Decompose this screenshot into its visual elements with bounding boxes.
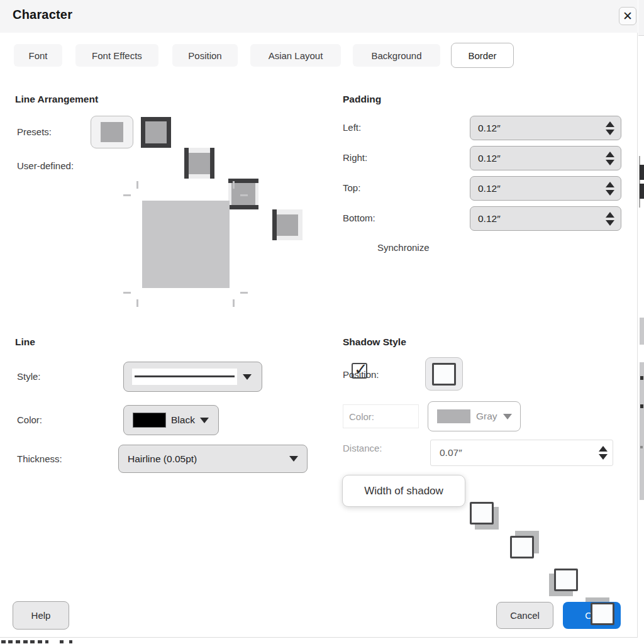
spin-up-button[interactable] xyxy=(606,152,614,157)
padding-bottom-value: 0.12″ xyxy=(478,213,606,225)
spin-down-button[interactable] xyxy=(599,454,608,460)
preset-left-only[interactable] xyxy=(272,209,303,240)
shadow-distance-value: 0.07″ xyxy=(440,447,599,458)
shadow-position-none[interactable] xyxy=(425,357,463,391)
line-style-dropdown[interactable] xyxy=(123,362,262,392)
background-page-artifact xyxy=(23,640,28,643)
close-icon: ✕ xyxy=(623,9,633,23)
background-page-artifact xyxy=(640,345,644,362)
shadow-color-label-box: Color: xyxy=(343,404,419,428)
tab-position[interactable]: Position xyxy=(172,44,238,67)
tooltip-text: Width of shadow xyxy=(364,485,443,497)
corner-tick xyxy=(136,299,138,307)
background-page-artifact xyxy=(60,640,64,643)
cancel-button[interactable]: Cancel xyxy=(496,602,553,629)
preset-left-right[interactable] xyxy=(184,148,214,179)
background-page-artifact xyxy=(16,640,20,643)
shadow-color-label: Color: xyxy=(349,411,374,422)
background-page-artifact xyxy=(69,640,72,643)
shadow-position-label: Position: xyxy=(343,369,379,380)
chevron-down-icon xyxy=(200,418,209,423)
padding-right-label: Right: xyxy=(343,152,367,163)
background-page-artifact xyxy=(640,165,644,180)
padding-left-spinbox[interactable]: 0.12″ xyxy=(470,116,621,140)
line-heading: Line xyxy=(15,336,35,348)
padding-top-label: Top: xyxy=(343,182,360,193)
line-thickness-dropdown[interactable]: Hairline (0.05pt) xyxy=(118,445,308,473)
padding-top-spinbox[interactable]: 0.12″ xyxy=(470,176,621,201)
corner-tick xyxy=(123,292,131,294)
character-dialog: Character ✕ Font Font Effects Position A… xyxy=(0,0,638,638)
background-page-artifact xyxy=(640,404,643,408)
background-page-artifact xyxy=(8,640,13,643)
preset-left-right-icon xyxy=(189,153,210,174)
padding-right-value: 0.12″ xyxy=(478,153,606,164)
padding-top-value: 0.12″ xyxy=(478,183,606,194)
color-swatch-black xyxy=(133,413,166,428)
chevron-down-icon xyxy=(503,414,512,419)
spin-up-button[interactable] xyxy=(606,121,614,127)
spin-down-button[interactable] xyxy=(606,160,614,165)
corner-tick xyxy=(123,194,131,196)
shadow-bottom-right-icon xyxy=(470,502,494,525)
tab-asian-layout[interactable]: Asian Layout xyxy=(250,44,341,67)
tab-label: Font xyxy=(28,50,47,61)
corner-tick xyxy=(233,181,235,189)
user-defined-border-editor[interactable] xyxy=(121,178,251,310)
tab-font[interactable]: Font xyxy=(14,44,62,67)
padding-bottom-label: Bottom: xyxy=(343,213,375,223)
padding-bottom-spinbox[interactable]: 0.12″ xyxy=(470,206,621,231)
spin-up-button[interactable] xyxy=(606,212,614,218)
preset-no-borders-icon xyxy=(101,122,123,142)
line-thickness-label: Thickness: xyxy=(17,453,62,464)
spin-up-button[interactable] xyxy=(599,446,608,452)
line-color-dropdown[interactable]: Black xyxy=(123,405,219,435)
padding-right-spinbox[interactable]: 0.12″ xyxy=(470,146,621,170)
shadow-position-bottom-right[interactable] xyxy=(469,501,503,535)
spin-down-button[interactable] xyxy=(606,190,614,196)
close-button[interactable]: ✕ xyxy=(619,7,636,25)
line-color-value: Black xyxy=(171,414,195,426)
shadow-color-dropdown[interactable]: Gray xyxy=(428,401,521,431)
shadow-distance-label: Distance: xyxy=(343,443,382,453)
spin-down-button[interactable] xyxy=(606,130,614,135)
color-swatch-gray xyxy=(437,409,470,423)
shadow-position-bottom-left[interactable] xyxy=(548,568,582,601)
background-page-artifact xyxy=(1,640,6,643)
shadow-distance-spinbox[interactable]: 0.07″ xyxy=(430,440,613,466)
tab-label: Border xyxy=(468,50,496,61)
tab-font-effects[interactable]: Font Effects xyxy=(75,44,158,67)
background-page-artifact xyxy=(30,640,35,643)
corner-tick xyxy=(233,299,235,307)
help-button[interactable]: Help xyxy=(13,601,69,630)
tab-border[interactable]: Border xyxy=(451,43,514,68)
help-label: Help xyxy=(31,610,51,621)
preset-no-borders[interactable] xyxy=(91,116,133,148)
tab-label: Position xyxy=(188,50,221,61)
corner-tick xyxy=(136,181,138,189)
background-page-artifact xyxy=(640,446,643,448)
padding-heading: Padding xyxy=(343,94,381,105)
line-arrangement-heading: Line Arrangement xyxy=(15,94,98,105)
shadow-style-heading: Shadow Style xyxy=(343,336,406,348)
spin-up-button[interactable] xyxy=(606,182,614,187)
tab-background[interactable]: Background xyxy=(353,44,440,67)
line-style-preview xyxy=(132,369,237,385)
shadow-none-icon xyxy=(432,363,456,386)
shadow-top-left-icon xyxy=(591,602,614,625)
shadow-position-top-right[interactable] xyxy=(509,530,543,564)
chevron-down-icon xyxy=(243,374,252,380)
background-page-artifact xyxy=(640,376,643,380)
tab-label: Asian Layout xyxy=(269,50,323,61)
shadow-top-right-icon xyxy=(510,536,534,558)
user-defined-label: User-defined: xyxy=(17,160,74,171)
background-page-artifact xyxy=(45,640,48,643)
preset-left-only-icon xyxy=(277,214,298,236)
tab-label: Background xyxy=(371,50,421,61)
chevron-down-icon xyxy=(289,456,298,462)
corner-tick xyxy=(240,194,248,196)
user-defined-preview-square xyxy=(142,201,230,288)
preset-box[interactable] xyxy=(141,117,171,148)
spin-down-button[interactable] xyxy=(606,220,614,226)
line-style-label: Style: xyxy=(17,371,41,382)
